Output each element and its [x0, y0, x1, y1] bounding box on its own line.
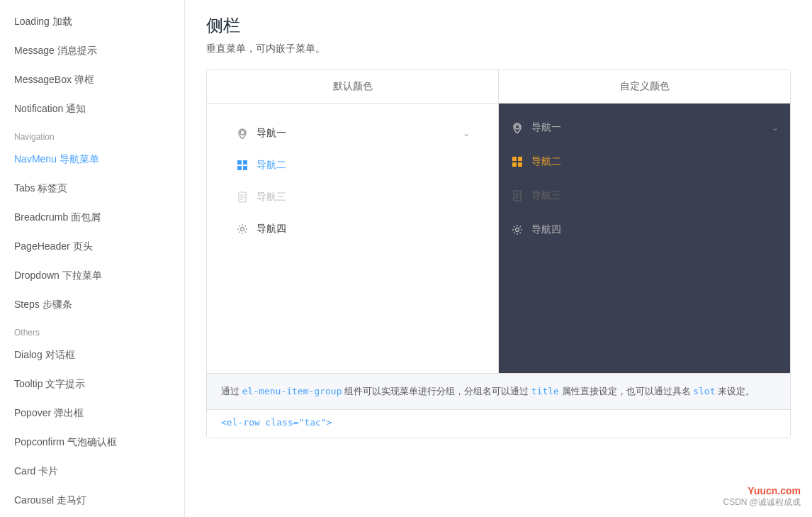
menu-item-nav2[interactable]: 导航二 [228, 150, 477, 182]
svg-rect-12 [518, 157, 522, 161]
svg-rect-2 [243, 160, 247, 165]
demo-col-custom: 自定义颜色 导航一 ⌄ 导航二 [499, 70, 790, 373]
grid-icon [235, 158, 249, 172]
watermark: Yuucn.com CSDN @诚诚程成成 [723, 485, 801, 508]
menu-item-nav1-label: 导航一 [256, 127, 463, 140]
code-block: <el-row class="tac"> [207, 409, 790, 438]
sidebar-item-popconfirm[interactable]: Popconfirm 气泡确认框 [0, 428, 184, 457]
sidebar-item-messagebox[interactable]: MessageBox 弹框 [0, 65, 184, 94]
custom-chevron-down-icon: ⌄ [772, 123, 779, 133]
page-title: 侧栏 [206, 14, 791, 37]
watermark-brand: Yuucn.com [723, 485, 801, 496]
sidebar-item-steps[interactable]: Steps 步骤条 [0, 290, 184, 319]
sidebar: Loading 加载 Message 消息提示 MessageBox 弹框 No… [0, 0, 185, 517]
custom-menu-item-nav1-label: 导航一 [531, 121, 561, 134]
code-text: <el-row class="tac"> [221, 417, 332, 428]
desc-text-middle1: 组件可以实现菜单进行分组，分组名可以通过 [344, 386, 529, 396]
sidebar-item-dialog[interactable]: Dialog 对话框 [0, 340, 184, 369]
sidebar-section-others: Others [0, 319, 184, 340]
sidebar-item-popover[interactable]: Popover 弹出框 [0, 399, 184, 428]
menu-item-nav1[interactable]: 导航一 ⌄ [228, 118, 477, 150]
watermark-sub: CSDN @诚诚程成成 [723, 496, 801, 508]
demo-col-custom-header: 自定义颜色 [499, 70, 790, 104]
doc-icon [235, 190, 249, 204]
svg-rect-11 [512, 157, 517, 161]
custom-menu-item-nav4-label: 导航四 [531, 223, 561, 236]
chevron-down-icon: ⌄ [463, 128, 470, 138]
svg-rect-13 [512, 162, 517, 167]
desc-text-before: 通过 [221, 386, 239, 396]
sidebar-item-breadcrumb[interactable]: Breadcrumb 面包屑 [0, 203, 184, 232]
location-icon [235, 126, 249, 140]
custom-sidebar: 导航一 ⌄ 导航二 导航三 [499, 104, 790, 373]
demo-container: 默认颜色 导航一 ⌄ 导航二 [206, 70, 791, 438]
demo-col-default: 默认颜色 导航一 ⌄ 导航二 [207, 70, 499, 373]
desc-code3: slot [693, 386, 715, 396]
sidebar-item-carousel[interactable]: Carousel 走马灯 [0, 486, 184, 515]
custom-menu-item-nav1[interactable]: 导航一 ⌄ [499, 111, 790, 145]
svg-rect-14 [518, 162, 522, 167]
desc-text-middle2: 属性直接设定，也可以通过具名 [562, 386, 691, 396]
sidebar-section-navigation: Navigation [0, 123, 184, 145]
menu-item-nav3: 导航三 [228, 182, 477, 213]
custom-gear-icon [510, 223, 524, 237]
custom-grid-icon [510, 155, 524, 169]
custom-doc-icon [510, 189, 524, 203]
svg-point-19 [516, 228, 519, 232]
svg-rect-4 [243, 166, 247, 170]
page-subtitle: 垂直菜单，可内嵌子菜单。 [206, 43, 791, 55]
menu-item-nav4-label: 导航四 [256, 223, 470, 235]
desc-block: 通过 el-menu-item-group 组件可以实现菜单进行分组，分组名可以… [207, 373, 790, 409]
menu-item-nav2-label: 导航二 [256, 159, 470, 172]
custom-menu-item-nav4[interactable]: 导航四 [499, 213, 790, 247]
custom-menu-item-nav3: 导航三 [499, 179, 790, 213]
sidebar-item-navmenu[interactable]: NavMenu 导航菜单 [0, 145, 184, 174]
demo-col-default-body: 导航一 ⌄ 导航二 导航三 [207, 104, 498, 260]
sidebar-item-pageheader[interactable]: PageHeader 页头 [0, 232, 184, 261]
custom-menu-item-nav2-label: 导航二 [531, 155, 561, 168]
desc-code1: el-menu-item-group [242, 386, 342, 396]
sidebar-item-notification[interactable]: Notification 通知 [0, 94, 184, 123]
desc-text-after: 来设定。 [718, 386, 755, 396]
svg-point-10 [515, 125, 519, 129]
custom-menu-item-nav3-label: 导航三 [531, 189, 561, 202]
svg-rect-1 [237, 160, 242, 165]
sidebar-item-card[interactable]: Card 卡片 [0, 457, 184, 486]
gear-icon [235, 222, 249, 236]
sidebar-item-dropdown[interactable]: Dropdown 下拉菜单 [0, 261, 184, 290]
demo-columns: 默认颜色 导航一 ⌄ 导航二 [207, 70, 790, 373]
custom-menu-item-nav2[interactable]: 导航二 [499, 145, 790, 179]
menu-item-nav4[interactable]: 导航四 [228, 213, 477, 245]
sidebar-item-tabs[interactable]: Tabs 标签页 [0, 174, 184, 203]
desc-code2: title [531, 386, 559, 396]
demo-col-default-header: 默认颜色 [207, 70, 498, 104]
svg-point-9 [241, 228, 244, 231]
main-content: 侧栏 垂直菜单，可内嵌子菜单。 默认颜色 导航一 ⌄ [185, 0, 812, 517]
sidebar-item-message[interactable]: Message 消息提示 [0, 36, 184, 65]
svg-point-0 [240, 130, 244, 135]
custom-location-icon [510, 121, 524, 135]
sidebar-item-tooltip[interactable]: Tooltip 文字提示 [0, 369, 184, 399]
sidebar-item-loading[interactable]: Loading 加载 [0, 7, 184, 36]
menu-item-nav3-label: 导航三 [256, 191, 470, 204]
svg-rect-3 [237, 166, 242, 170]
